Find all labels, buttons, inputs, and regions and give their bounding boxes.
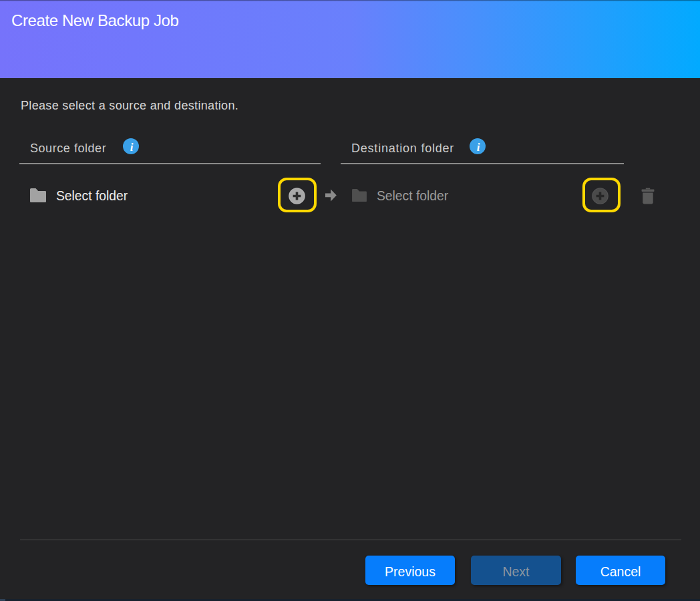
svg-text:i: i bbox=[130, 141, 134, 154]
svg-text:i: i bbox=[477, 141, 480, 154]
